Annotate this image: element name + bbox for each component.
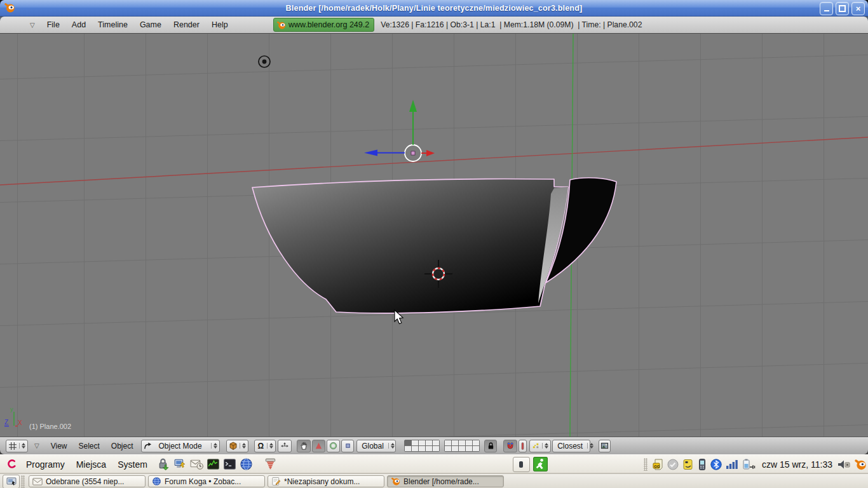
debian-menu-icon[interactable] [5, 458, 18, 471]
menu-file[interactable]: File [47, 18, 60, 31]
terminal-launcher[interactable] [222, 457, 237, 471]
vp-menu-object[interactable]: Object [111, 440, 133, 452]
phone-tray-icon[interactable] [697, 458, 707, 471]
panel-clock[interactable]: czw 15 wrz, 11:33 [762, 459, 832, 470]
task-button-blender[interactable]: Blender [/home/rade... [387, 475, 504, 487]
menu-render[interactable]: Render [173, 18, 200, 31]
peel-object-button[interactable] [519, 440, 527, 452]
show-desktop-button[interactable] [3, 475, 20, 488]
header-collapse-icon[interactable]: ▽ [30, 22, 35, 29]
blender-tray-icon[interactable] [854, 458, 867, 471]
maximize-icon [839, 5, 846, 12]
manipulator-toggle-button[interactable] [297, 440, 311, 452]
menu-game[interactable]: Game [140, 18, 161, 31]
layer-13[interactable] [419, 446, 425, 451]
system-monitor-launcher[interactable] [206, 457, 220, 471]
battery-tray-icon[interactable] [742, 458, 757, 471]
scale-manipulator-button[interactable] [341, 440, 354, 452]
layer-6[interactable] [445, 440, 451, 445]
draw-type-spinner[interactable] [240, 443, 246, 449]
scene-stats: Ve:1326 | Fa:1216 | Ob:3-1 | La:1 | Mem:… [381, 20, 642, 29]
viewport-3d[interactable]: y Z X (1) Plane.002 [0, 34, 868, 437]
layer-20[interactable] [473, 446, 479, 451]
pivot-omega-icon: Ω [257, 442, 266, 451]
draw-type-button[interactable] [226, 440, 248, 452]
layer-14[interactable] [426, 446, 432, 451]
axis-label-y: y [10, 406, 13, 412]
lock-layers-button[interactable] [484, 440, 497, 452]
vp-menu-view[interactable]: View [51, 440, 67, 452]
layer-11[interactable] [405, 446, 411, 451]
layer-15[interactable] [433, 446, 439, 451]
menu-programy[interactable]: Programy [22, 457, 69, 472]
menu-miejsca[interactable]: Miejsca [72, 457, 110, 472]
snap-toggle-button[interactable] [503, 440, 517, 452]
task-label: Blender [/home/rade... [403, 477, 479, 486]
tasklist-handle[interactable] [21, 475, 25, 488]
menu-system[interactable]: System [114, 457, 151, 472]
menu-help[interactable]: Help [212, 18, 228, 31]
force-quit-launcher[interactable] [532, 456, 548, 472]
snap-target-dropdown[interactable]: Closest [552, 440, 590, 452]
layer-10[interactable] [473, 440, 479, 445]
layer-16[interactable] [445, 446, 451, 451]
messenger-tray-icon[interactable] [682, 458, 695, 471]
layers-group-2[interactable] [444, 440, 480, 452]
editor-type-button[interactable] [6, 440, 28, 452]
status-check-tray-icon[interactable] [667, 458, 679, 471]
manipulator-x-pos-arrow[interactable] [421, 150, 435, 156]
vp-menu-select[interactable]: Select [79, 440, 100, 452]
manipulator-y-arrow[interactable] [409, 100, 417, 145]
vp-collapse-icon[interactable]: ▽ [34, 442, 39, 449]
snap-mode-spinner[interactable] [542, 443, 548, 449]
gadu-gadu-tray-icon[interactable]: GG [651, 458, 664, 471]
tray-handle[interactable] [644, 458, 648, 471]
manipulator-x-neg-arrow[interactable] [364, 150, 405, 156]
applet-button[interactable] [513, 457, 530, 472]
transform-manipulator[interactable] [364, 100, 435, 161]
menu-timeline[interactable]: Timeline [98, 18, 128, 31]
task-button-browser[interactable]: Forum Koga • Zobac... [148, 475, 265, 487]
render-preview-button[interactable] [599, 440, 611, 452]
task-button-mail[interactable]: Odebrane (3554 niep... [29, 475, 146, 487]
lamp-object[interactable] [259, 56, 270, 67]
layer-9[interactable] [466, 440, 472, 445]
web-browser-launcher[interactable] [239, 457, 254, 471]
screensaver-lock-launcher[interactable] [156, 457, 171, 471]
manipulator-axes-button[interactable] [278, 440, 292, 452]
pivot-spinner[interactable] [267, 443, 273, 449]
layer-2[interactable] [412, 440, 418, 445]
task-button-text-editor[interactable]: *Niezapisany dokum... [268, 475, 384, 487]
editor-type-spinner[interactable] [19, 443, 25, 449]
pivot-dropdown[interactable]: Ω [254, 440, 276, 452]
window-titlebar[interactable]: Blender [/home/radek/Holk/Plany/Linie te… [0, 0, 868, 17]
layer-19[interactable] [466, 446, 472, 451]
minimize-button[interactable] [820, 2, 833, 15]
snap-mode-button[interactable] [529, 440, 551, 452]
signal-strength-tray-icon[interactable] [725, 458, 739, 471]
layer-1[interactable] [405, 440, 411, 445]
email-launcher[interactable] [189, 457, 204, 471]
bluetooth-tray-icon[interactable] [710, 458, 722, 471]
layer-12[interactable] [412, 446, 418, 451]
layers-group-1[interactable] [404, 440, 440, 452]
layer-8[interactable] [459, 440, 465, 445]
rotate-manipulator-button[interactable] [327, 440, 340, 452]
close-button[interactable]: × [851, 2, 865, 15]
layer-4[interactable] [426, 440, 432, 445]
orientation-dropdown[interactable]: Global [356, 440, 396, 452]
maximize-button[interactable] [836, 2, 849, 15]
layer-18[interactable] [459, 446, 465, 451]
mode-dropdown[interactable]: Object Mode [141, 440, 220, 452]
browser-icon [152, 477, 161, 486]
layer-17[interactable] [452, 446, 458, 451]
volume-tray-icon[interactable] [836, 458, 851, 471]
hull-mesh-object[interactable] [252, 178, 616, 313]
network-computer-launcher[interactable] [173, 457, 187, 471]
translate-manipulator-button[interactable] [312, 440, 325, 452]
layer-3[interactable] [419, 440, 425, 445]
layer-7[interactable] [452, 440, 458, 445]
layer-5[interactable] [433, 440, 439, 445]
menu-add[interactable]: Add [72, 18, 86, 31]
spring-toy-launcher[interactable] [263, 457, 278, 471]
